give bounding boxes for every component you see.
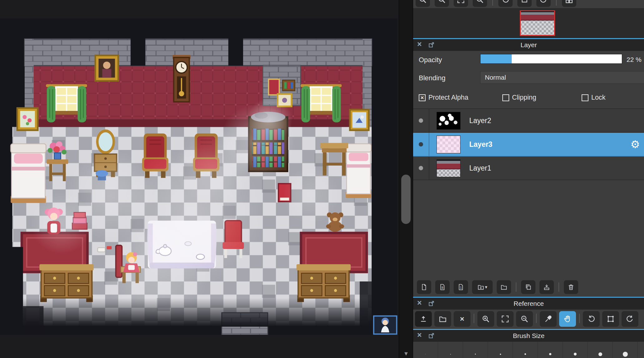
ref-rotate-ccw-button[interactable] <box>583 311 600 327</box>
ref-zoom-out-button[interactable] <box>516 311 533 327</box>
clipping-checkbox[interactable]: Clipping <box>502 94 536 102</box>
fit-view-icon <box>501 315 509 323</box>
nav-actual-size-button[interactable] <box>473 0 487 7</box>
hand-icon <box>564 315 572 323</box>
add-folder-icon <box>477 284 484 291</box>
add-1bit-layer-button[interactable]: 1 <box>454 280 468 294</box>
nav-rotate-ccw-button[interactable] <box>498 0 513 7</box>
brush-size-dot <box>549 353 551 355</box>
layer-name: Layer1 <box>469 164 491 172</box>
duplicate-layer-button[interactable] <box>521 280 535 294</box>
brush-size-cell[interactable] <box>613 342 638 358</box>
brush-size-dot <box>623 352 628 357</box>
zoom-in-icon <box>482 315 490 323</box>
folder-icon <box>500 284 507 291</box>
blending-value: Normal <box>485 74 506 81</box>
layer-thumbnail <box>437 159 461 177</box>
layer-row-layer1[interactable]: Layer1 <box>413 157 644 180</box>
canvas-viewport[interactable] <box>0 0 399 358</box>
add-8bit-layer-button[interactable]: 8 <box>435 280 450 294</box>
svg-text:1: 1 <box>460 286 462 290</box>
brush-size-cell[interactable] <box>438 342 463 358</box>
brush-size-cell[interactable] <box>588 342 613 358</box>
navigator-view-rect[interactable] <box>520 10 555 36</box>
nav-zoom-out-button[interactable] <box>416 0 430 7</box>
canvas-artwork[interactable] <box>0 18 398 335</box>
ref-transform-button[interactable] <box>602 311 619 327</box>
brush-size-dot <box>500 354 501 355</box>
opacity-slider[interactable] <box>480 54 622 64</box>
ref-zoom-in-button[interactable] <box>477 311 494 327</box>
nav-fit-button[interactable] <box>454 0 468 7</box>
layer-row-layer3[interactable]: Layer3 ⚙ <box>413 133 644 157</box>
clear-reference-button[interactable]: × <box>454 311 471 327</box>
add-layer-button[interactable] <box>417 280 431 294</box>
reference-toolbar: × <box>415 311 638 327</box>
nav-reset-rotation-button[interactable] <box>517 0 532 7</box>
reference-panel-header: × Reference <box>413 298 644 310</box>
blending-dropdown[interactable]: Normal <box>480 71 644 84</box>
layer-thumbnail <box>437 136 461 153</box>
protect-alpha-checkbox[interactable]: × Protect Alpha <box>419 94 468 102</box>
brush-size-cell[interactable] <box>538 342 563 358</box>
capture-canvas-icon <box>419 315 427 323</box>
layer-name: Layer3 <box>469 140 492 149</box>
layer-panel-title: Layer <box>413 41 644 49</box>
brush-size-cell[interactable] <box>563 342 588 358</box>
ref-rotate-cw-button[interactable] <box>622 311 638 327</box>
navigator-thumbnail[interactable] <box>520 10 555 36</box>
ref-eyedropper-button[interactable] <box>540 311 557 327</box>
lock-label: Lock <box>591 94 605 102</box>
blending-label: Blending <box>419 74 446 82</box>
zoom-in-icon <box>438 0 446 4</box>
scroll-down-arrow-icon[interactable]: ▼ <box>399 351 413 357</box>
nav-rotate-cw-button[interactable] <box>536 0 551 7</box>
brush-size-cell[interactable] <box>513 342 538 358</box>
layer-row-layer2[interactable]: Layer2 <box>413 109 644 133</box>
delete-layer-button[interactable] <box>564 280 578 294</box>
svg-text:8: 8 <box>442 286 443 290</box>
brush-size-dot <box>524 353 526 355</box>
rotate-cw-icon <box>626 315 634 323</box>
ref-fit-button[interactable] <box>497 311 514 327</box>
brush-size-cell[interactable] <box>638 342 644 358</box>
toolbar-separator <box>579 314 580 323</box>
folder-icon <box>439 315 447 323</box>
ref-hand-button[interactable] <box>559 311 576 327</box>
brush-size-dot <box>450 354 451 355</box>
layer-thumbnail <box>437 112 461 130</box>
protect-alpha-label: Protect Alpha <box>428 94 468 102</box>
canvas-vertical-scrollbar[interactable]: ▼ <box>399 0 413 358</box>
capture-canvas-button[interactable] <box>415 311 432 327</box>
brush-size-cell[interactable] <box>463 342 488 358</box>
toolbar-separator <box>556 0 557 6</box>
scrollbar-thumb[interactable] <box>401 175 411 224</box>
move-to-folder-button[interactable] <box>497 280 511 294</box>
brush-size-dot <box>574 353 577 356</box>
layer-name: Layer2 <box>469 117 491 125</box>
layer-8bit-icon: 8 <box>439 284 446 291</box>
toolbar-separator <box>536 314 537 323</box>
visibility-dot[interactable] <box>419 118 423 123</box>
layer-settings-gear-icon[interactable]: ⚙ <box>631 139 640 150</box>
visibility-dot[interactable] <box>419 142 423 147</box>
visibility-dot[interactable] <box>419 166 423 170</box>
nav-grid-button[interactable] <box>562 0 576 7</box>
toolbar-separator <box>492 0 493 6</box>
lock-checkbox[interactable]: Lock <box>582 94 605 102</box>
dropdown-caret-icon: ▾ <box>485 284 487 290</box>
brush-size-cell[interactable] <box>413 342 438 358</box>
open-image-button[interactable] <box>434 311 451 327</box>
paint-app-window: ▼ <box>0 0 644 358</box>
nav-zoom-in-button[interactable] <box>435 0 449 7</box>
rotate-ccw-icon <box>587 315 595 323</box>
brush-size-cell[interactable] <box>488 342 513 358</box>
brush-size-dot <box>425 354 426 354</box>
dock-panel: × Layer Opacity 22 % Blending Normal × P… <box>413 0 644 358</box>
opacity-value: 22 % <box>627 56 642 63</box>
toolbar-separator <box>474 314 474 323</box>
visibility-gutter <box>413 157 429 180</box>
brush-size-dot <box>598 352 602 356</box>
merge-layer-button[interactable] <box>539 280 554 294</box>
add-folder-button[interactable]: ▾ <box>472 280 493 294</box>
